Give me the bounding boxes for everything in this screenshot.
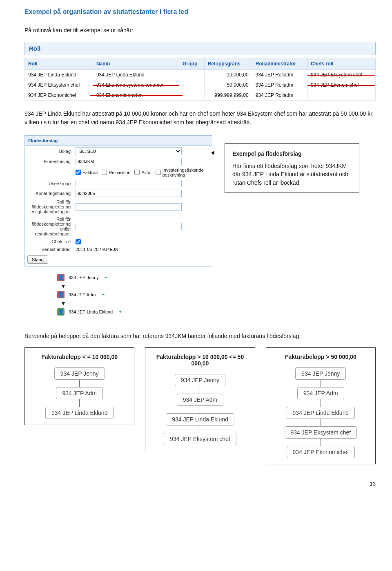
callout-arrow-icon [211,151,214,155]
connector-line [200,386,200,394]
col-chefs-roll[interactable]: Chefs roll [307,58,376,70]
flow-step-label: 934 JEP Adm [69,292,96,297]
cell: 934 JEP Rolladm [252,80,307,90]
column-header: Fakturabelopp > 10 000,00 <= 50 000,00 [151,354,249,367]
flow-step[interactable]: 👤 934 JEP Jenny ＋ [57,274,376,281]
col-grupp[interactable]: Grupp [179,58,205,70]
cell: 934 JEP Eksystem chef [307,70,376,80]
kontering-label: Konteringsförslag [28,191,73,196]
bolag-label: Bolag [28,149,73,154]
usergroup-label: UserGroup [28,181,73,186]
roll-panel: Roll [24,42,376,55]
flow-step[interactable]: 👤 934 JEP Adm ＋ [57,291,376,298]
flow-columns: Fakturabelopp < = 10 000,00934 JEP Jenny… [24,347,376,464]
col-belopp[interactable]: Beloppsgräns [204,58,252,70]
callout-body: Här finns ett flödesförslag som heter 93… [232,162,352,187]
flow-node: 934 JEP Adm [177,394,224,406]
cell: 934 JEP Ekonomichef [25,90,93,101]
flow-node: 934 JEP Linda Eklund [166,413,234,425]
table-row[interactable]: 934 JEP Linda Eklund 934 JEP Linda Eklun… [25,70,376,80]
user-icon: 👤 [57,308,65,316]
faktura-checkbox[interactable]: Faktura [76,168,98,177]
cell [307,90,376,101]
flow-node: 934 JEP Jenny [54,367,105,380]
flow-column: Fakturabelopp > 50 000,00934 JEP Jenny93… [266,347,376,464]
roll-restattest-label: Roll för flödeskomplettering enligt rest… [28,217,73,236]
table-row[interactable]: 934 JEP Ekonomichef 934 Ekonomienheten 9… [25,90,376,101]
flow-node: 934 JEP Eksystem chef [285,426,357,439]
senast-andrad-label: Senast ändrad [28,247,73,252]
flow-node: 934 JEP Adm [56,387,103,399]
cell: 50.000,00 [204,80,252,90]
connector-line [321,439,321,446]
roll-restattest-input[interactable] [76,223,182,230]
flow-step[interactable]: 👤 934 JEP Linda Eklund ＋ [57,308,376,316]
avtal-checkbox[interactable]: Avtal [134,168,151,177]
cell: 934 Ekonomi systemekonomer [93,80,179,90]
page-heading: Exempel på organisation av slutattestant… [24,8,376,16]
flow-step-label: 934 JEP Jenny [69,275,99,280]
column-header: Fakturabelopp > 50 000,00 [285,354,356,360]
flow-node: 934 JEP Adm [297,387,344,399]
chefs-roll-label: Chefs roll [28,239,73,244]
flow-column: Fakturabelopp > 10 000,00 <= 50 000,0093… [145,347,255,451]
page-number: 13 [24,481,376,487]
paragraph-2: 934 JEP Linda Eklund har attesträtt på 1… [24,110,376,126]
callout-title: Exempel på flödesförslag [232,150,352,158]
cell [179,70,205,80]
intro-paragraph: På rollnivå kan det till exempel se ut s… [24,26,376,34]
col-namn[interactable]: Namn [93,58,179,70]
cell [179,90,205,101]
cell: 934 Ekonomienheten [93,90,179,101]
roll-attest-input[interactable] [76,203,182,210]
user-icon: 👤 [57,274,65,281]
kontering-input[interactable] [76,190,182,197]
roll-table: Roll Namn Grupp Beloppsgräns Rolladminis… [24,58,376,101]
cell: 934 JEP Eksystem chef [25,80,93,90]
cell: 934 JEP Linda Eklund [25,70,93,80]
flow-step-label: 934 JEP Linda Eklund [69,309,113,314]
chefs-roll-checkbox[interactable] [76,239,81,244]
flow-node: 934 JEP Jenny [295,367,346,380]
add-user-icon[interactable]: ＋ [100,291,106,298]
connector-line [200,406,200,413]
cell [179,80,205,90]
column-header: Fakturabelopp < = 10 000,00 [41,354,118,360]
roll-panel-title: Roll [25,42,375,55]
flodesforslag-label: Flödesförslag [28,159,73,164]
flodesforslag-title: Flödesförslag [25,136,212,146]
flow-column: Fakturabelopp < = 10 000,00934 JEP Jenny… [24,347,134,425]
cell: 934 JEP Rolladm [252,90,307,101]
flow-node: 934 JEP Eksystem chef [164,433,236,445]
connector-line [79,380,80,387]
bolag-select[interactable]: SL, SLU [76,147,182,155]
cell: 934 JEP Ekonomichef [307,80,376,90]
cell: 999.999.999,00 [204,90,252,101]
col-rolladmin[interactable]: Rolladministratör [252,58,307,70]
cell: 934 JEP Linda Eklund [93,70,179,80]
connector-line [79,399,80,407]
flodesforslag-input[interactable] [76,158,182,165]
flow-node: 934 JEP Linda Eklund [287,407,355,419]
connector-line [321,399,321,407]
cell: 934 JEP Rolladm [252,70,307,80]
flow-node: 934 JEP Jenny [175,374,225,386]
user-icon: 👤 [57,291,65,298]
usergroup-input[interactable] [76,180,182,187]
table-row[interactable]: 934 JEP Eksystem chef 934 Ekonomi system… [25,80,376,90]
roll-attest-label: Roll för flödeskomplettering enligt atte… [28,199,73,214]
chevron-down-icon: ▼ [60,283,376,289]
stang-button[interactable]: Stäng [27,255,48,264]
senast-andrad-value: 2011-06-20 / 934EJN [76,247,118,252]
flow-steps: 👤 934 JEP Jenny ＋ ▼ 👤 934 JEP Adm ＋ ▼ 👤 … [57,274,376,316]
col-roll[interactable]: Roll [25,58,93,70]
invest-checkbox[interactable]: Investeringsäskande beskrivning [156,168,205,177]
rekvisition-checkbox[interactable]: Rekvisition [102,168,130,177]
connector-line [200,425,200,433]
flodesforslag-panel: Flödesförslag Bolag SL, SLU Flödesförsla… [24,135,212,266]
connector-line [321,419,321,426]
paragraph-3: Beroende på beloppet på den faktura som … [24,332,376,340]
chevron-down-icon: ▼ [60,300,376,307]
add-user-icon[interactable]: ＋ [117,309,123,315]
add-user-icon[interactable]: ＋ [103,274,109,281]
